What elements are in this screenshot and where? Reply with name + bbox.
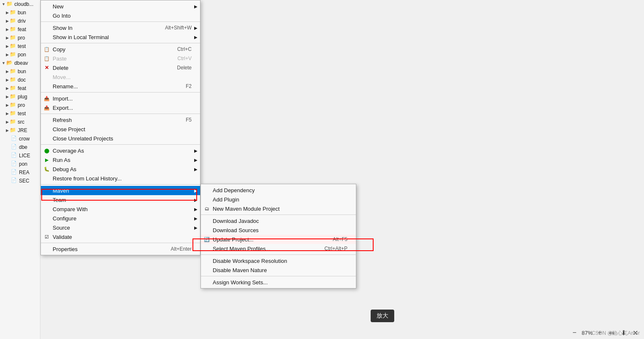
menu-item-close-project[interactable]: Close Project [41,124,200,134]
maven-submenu-update-project[interactable]: 🔄 Update Project... Alt+F5 [201,235,356,244]
folder-icon: 📁 [10,9,16,16]
maven-submenu-add-plugin[interactable]: Add Plugin [201,195,356,204]
menu-item-restore-history[interactable]: Restore from Local History... [41,174,200,183]
menu-item-rename[interactable]: Rename... F2 [41,82,200,91]
menu-item-export[interactable]: 📤 Export... [41,103,200,112]
sidebar-item-bun1[interactable]: ▶ 📁 bun [0,8,40,17]
menu-item-configure[interactable]: Configure ▶ [41,214,200,223]
sidebar-item-sec[interactable]: 📄 SEC [0,177,40,185]
submenu-arrow-icon: ▶ [194,216,198,221]
menu-item-run-as[interactable]: ▶ Run As ▶ [41,155,200,164]
folder-icon: 📁 [10,68,16,75]
run-icon: ▶ [43,157,51,163]
sidebar-item-doc[interactable]: ▶ 📁 doc [0,76,40,84]
menu-item-delete[interactable]: ✕ Delete Delete [41,63,200,72]
sidebar-item-rea[interactable]: 📄 REA [0,168,40,177]
folder-icon: 📂 [6,60,13,66]
sidebar-item-pon1[interactable]: ▶ 📁 pon [0,50,40,59]
expand-arrow: ▶ [6,111,9,116]
menu-item-maven[interactable]: Maven ▶ [41,186,200,195]
menu-item-move[interactable]: Move... [41,72,200,82]
sidebar-item-test1[interactable]: ▶ 📁 test [0,42,40,50]
menu-label: Source [53,225,192,231]
sidebar-item-pon2[interactable]: 📄 pon [0,160,40,168]
menu-label: Export... [53,105,192,111]
submenu-arrow-icon: ▶ [194,198,198,202]
menu-item-show-in[interactable]: Show In Alt+Shift+W ▶ [41,23,200,32]
sidebar-label: feat [18,85,26,91]
folder-icon: 📁 [10,110,16,117]
maven-submenu-disable-workspace[interactable]: Disable Workspace Resolution [201,256,356,265]
menu-item-close-unrelated[interactable]: Close Unrelated Projects [41,134,200,143]
sidebar-item-feat2[interactable]: ▶ 📁 feat [0,84,40,93]
separator [201,254,356,255]
menu-label: Refresh [53,117,177,123]
sidebar-label: JRE [18,127,27,133]
maven-submenu-download-sources[interactable]: Download Sources [201,225,356,235]
menu-item-source[interactable]: Source ▶ [41,223,200,232]
menu-label: Copy [53,46,169,53]
menu-item-properties[interactable]: Properties Alt+Enter [41,244,200,254]
shortcut-label: Alt+F5 [333,236,347,242]
menu-item-show-local-terminal[interactable]: Show in Local Terminal ▶ [41,32,200,42]
menu-item-validate[interactable]: ☑ Validate [41,232,200,241]
menu-item-team[interactable]: Team ▶ [41,195,200,204]
debug-icon: 🐛 [43,167,51,172]
menu-item-debug-as[interactable]: 🐛 Debug As ▶ [41,164,200,174]
menu-item-compare-with[interactable]: Compare With ▶ [41,204,200,214]
sidebar-item-test2[interactable]: ▶ 📁 test [0,109,40,118]
sidebar-item-pro1[interactable]: ▶ 📁 pro [0,34,40,42]
maven-submenu-select-profiles[interactable]: Select Maven Profiles... Ctrl+Alt+P [201,244,356,253]
maven-submenu-disable-nature[interactable]: Disable Maven Nature [201,265,356,275]
expand-arrow: ▶ [6,120,9,124]
sidebar-label: dbeav [14,60,28,66]
sidebar-item-crow[interactable]: 📄 crow [0,135,40,143]
expand-arrow: ▶ [6,44,9,48]
delete-icon: ✕ [43,65,51,71]
import-icon: 📥 [43,96,51,101]
maven-submenu-add-dependency[interactable]: Add Dependency [201,185,356,195]
menu-label: Paste [53,56,169,62]
sidebar-item-driv[interactable]: ▶ 📁 driv [0,17,40,25]
maven-submenu-new-maven-module[interactable]: 🗂 New Maven Module Project [201,204,356,213]
menu-item-new[interactable]: New ▶ [41,2,200,11]
expand-arrow: ▶ [6,19,9,23]
sidebar-item-plug[interactable]: ▶ 📁 plug [0,93,40,101]
sidebar-item-bun2[interactable]: ▶ 📁 bun [0,67,40,76]
maven-submenu-download-javadoc[interactable]: Download Javadoc [201,216,356,225]
menu-item-copy[interactable]: 📋 Copy Ctrl+C [41,45,200,54]
sidebar-item-cloudb[interactable]: ▼ 📁 cloudb... [0,0,40,8]
expand-arrow: ▶ [6,103,9,107]
expand-arrow: ▶ [6,128,9,132]
menu-label: Maven [53,188,192,194]
sidebar-item-feat1[interactable]: ▶ 📁 feat [0,25,40,34]
sidebar-label: LICE [19,153,30,159]
sidebar-item-dbeav[interactable]: ▼ 📂 dbeav [0,59,40,67]
maven-submenu-assign-working-sets[interactable]: Assign Working Sets... [201,278,356,287]
sidebar-item-jre[interactable]: ▶ 📁 JRE [0,126,40,135]
menu-item-coverage-as[interactable]: ⬤ Coverage As ▶ [41,146,200,155]
menu-item-paste[interactable]: 📋 Paste Ctrl+V [41,54,200,63]
expand-arrow: ▶ [6,27,9,32]
sidebar-item-dbe[interactable]: 📄 dbe [0,143,40,151]
menu-label: Disable Workspace Resolution [213,258,347,264]
sidebar-item-lice[interactable]: 📄 LICE [0,151,40,160]
expand-arrow: ▼ [2,61,5,65]
context-menu: New ▶ Go Into Show In Alt+Shift+W ▶ Show… [40,0,200,255]
sidebar-item-src[interactable]: ▶ 📁 src [0,118,40,126]
expand-arrow: ▼ [2,2,5,6]
submenu-arrow-icon: ▶ [194,207,198,212]
menu-item-go-into[interactable]: Go Into [41,11,200,20]
zoom-out-button[interactable]: − [570,329,579,336]
project-explorer: ▼ 📁 cloudb... ▶ 📁 bun ▶ 📁 driv ▶ 📁 feat … [0,0,40,339]
sidebar-item-pro2[interactable]: ▶ 📁 pro [0,101,40,109]
sidebar-label: pro [18,35,25,41]
separator [41,114,200,114]
separator [41,184,200,185]
menu-item-refresh[interactable]: Refresh F5 [41,115,200,124]
menu-label: New Maven Module Project [213,206,347,212]
menu-item-import[interactable]: 📥 Import... [41,94,200,103]
menu-label: Show In [53,25,157,31]
sidebar-label: driv [18,18,26,24]
sidebar-label: test [18,43,26,49]
